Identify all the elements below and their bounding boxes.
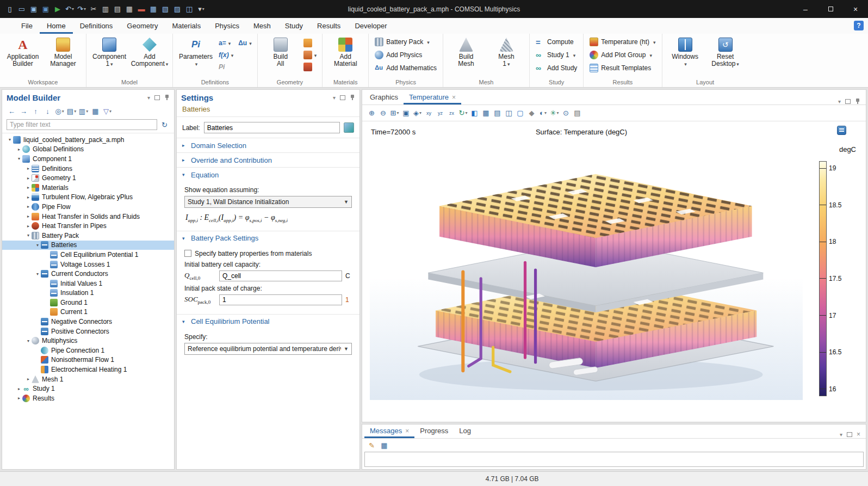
tree-expander-icon[interactable]: ▸ (25, 204, 32, 209)
menu-item[interactable]: Materials (165, 19, 208, 34)
tree-expander-icon[interactable]: ▸ (25, 185, 32, 190)
close-tab-icon[interactable]: × (452, 94, 456, 101)
menu-item[interactable]: Results (310, 19, 348, 34)
open-icon[interactable]: ▭ (16, 3, 27, 15)
livelink-button[interactable] (301, 50, 319, 60)
tree-row[interactable]: ▾ Component 1 (2, 154, 174, 164)
tree-row[interactable]: Positive Connectors (2, 327, 174, 336)
study-1-button[interactable]: Study 1 (533, 48, 580, 61)
zoom-box-icon[interactable]: ⊞▾ (389, 108, 400, 118)
view-yz-icon[interactable]: yz (435, 108, 445, 118)
select-frame-icon[interactable]: ▢ (515, 108, 525, 118)
compute-button[interactable]: Compute (533, 35, 580, 48)
section-header[interactable]: ▸ Override and Contribution (177, 153, 359, 167)
section-header[interactable]: ▾ Battery Pack Settings (177, 231, 359, 245)
tree-row[interactable]: ▾ liquid_cooled_battery_pack_a.mph (2, 135, 174, 145)
menu-item[interactable]: Mesh (246, 19, 278, 34)
add-physics-button[interactable]: Add Physics (372, 48, 439, 61)
zoom-in-icon[interactable]: ⊕ (367, 108, 377, 118)
tab-temperature[interactable]: Temperature × (404, 90, 461, 104)
close-button[interactable]: × (843, 0, 868, 18)
scene-settings-icon[interactable]: ✳▾ (549, 108, 560, 118)
tree-row[interactable]: Voltage Losses 1 (2, 260, 174, 269)
tree-expander-icon[interactable]: ▸ (16, 386, 22, 391)
tree-row[interactable]: Pipe Connection 1 (2, 346, 174, 355)
run-icon[interactable]: ▶ (52, 3, 63, 15)
table-window-icon[interactable]: ▤ (492, 108, 503, 118)
lock-icon[interactable]: ◆ (526, 108, 537, 118)
nav-forward-icon[interactable]: → (18, 106, 29, 116)
equation-study-select[interactable]: Study 1, Wall Distance Initialization ▼ (184, 196, 352, 208)
functions-button[interactable]: f(x) (216, 50, 254, 60)
tree-expander-icon[interactable]: ▾ (16, 156, 22, 161)
tab-graphics[interactable]: Graphics (364, 90, 404, 104)
tree-row[interactable]: ▸ Mesh 1 (2, 374, 174, 384)
battery-pack-3d-view[interactable] (370, 140, 803, 415)
nonlocal-couplings-button[interactable]: Δu (236, 38, 254, 48)
menu-item[interactable]: Home (40, 19, 73, 34)
tree-row[interactable]: ▸ Geometry 1 (2, 173, 174, 183)
tree-expander-icon[interactable]: ▾ (7, 137, 13, 142)
reset-desktop-button[interactable]: ResetDesktop (706, 35, 745, 78)
tree-expander-icon[interactable]: ▸ (25, 214, 32, 219)
menu-item[interactable]: Definitions (73, 19, 120, 34)
panel-menu-icon[interactable]: ▾ (838, 99, 841, 104)
tree-expander-icon[interactable]: ▸ (25, 224, 32, 229)
tree-row[interactable]: ▾ Batteries (2, 241, 174, 250)
tree-row[interactable]: Ground 1 (2, 298, 174, 307)
minimize-button[interactable]: – (793, 0, 818, 18)
result-templates-button[interactable]: Result Templates (587, 61, 658, 75)
tree-expander-icon[interactable]: ▸ (25, 166, 32, 171)
component-button[interactable]: Component1 (90, 35, 129, 78)
build-mesh-button[interactable]: BuildMesh (447, 35, 486, 78)
copy-table-icon[interactable]: ▦ (148, 3, 159, 15)
transparency-icon[interactable]: ◐▾ (538, 108, 548, 118)
redo-icon[interactable]: ↷▾ (76, 3, 87, 15)
tree-expander-icon[interactable]: ▾ (25, 339, 32, 343)
snapshot-icon[interactable]: ⊙ (561, 108, 571, 118)
update-plot-icon[interactable]: ↻▾ (458, 108, 468, 118)
tree-row[interactable]: ▸ Global Definitions (2, 145, 174, 155)
section-header[interactable]: ▾ Cell Equilibrium Potential (177, 315, 359, 329)
pin-panel-icon[interactable] (164, 94, 170, 101)
undo-icon[interactable]: ↶▾ (64, 3, 75, 15)
filter-input[interactable] (7, 119, 157, 130)
copy-icon[interactable]: ▥ (100, 3, 111, 15)
menu-item[interactable]: Study (278, 19, 310, 34)
float-panel-icon[interactable] (845, 99, 851, 104)
save-as-icon[interactable]: ▣ (40, 3, 51, 15)
tree-row[interactable]: Nonisothermal Flow 1 (2, 355, 174, 365)
pin-panel-icon[interactable] (855, 98, 860, 104)
collapse-all-icon[interactable]: ▤▾ (66, 106, 77, 116)
new-file-icon[interactable]: ▯ (4, 3, 15, 15)
model-manager-button[interactable]: ModelManager (44, 35, 83, 78)
default-view-icon[interactable]: ◈▾ (412, 108, 423, 118)
reset-window-icon[interactable]: ◫ (184, 3, 195, 15)
menu-item[interactable]: Developer (348, 19, 394, 34)
float-panel-icon[interactable] (154, 95, 160, 100)
nav-back-icon[interactable]: ← (7, 106, 17, 116)
view-xy-icon[interactable]: xy (424, 108, 434, 118)
tree-row[interactable]: ▸ Definitions (2, 164, 174, 174)
copy-image-icon[interactable]: ▧ (160, 3, 171, 15)
application-builder-button[interactable]: ApplicationBuilder (3, 35, 42, 78)
dock-window-icon[interactable]: ◫ (504, 108, 514, 118)
specify-from-materials-checkbox[interactable] (184, 250, 191, 257)
virtual-operations-button[interactable] (301, 61, 319, 72)
panel-menu-icon[interactable]: ▾ (147, 95, 150, 101)
close-tab-icon[interactable]: × (405, 427, 409, 435)
panel-menu-icon[interactable]: ▾ (840, 432, 842, 438)
pin-panel-icon[interactable] (350, 94, 355, 101)
section-header[interactable]: ▾ Equation (177, 168, 359, 182)
section-header[interactable]: ▸ Domain Selection (177, 138, 359, 152)
customize-icon[interactable]: ▾▾ (196, 3, 207, 15)
tree-expander-icon[interactable]: ▾ (34, 243, 41, 248)
float-panel-icon[interactable] (340, 95, 345, 100)
variables-button[interactable]: a= (216, 38, 233, 48)
mesh-1-button[interactable]: Mesh1 (487, 35, 526, 78)
tab-log[interactable]: Log (454, 424, 476, 438)
maximize-button[interactable] (818, 0, 843, 18)
tree-row[interactable]: Electrochemical Heating 1 (2, 365, 174, 374)
tree-expander-icon[interactable]: ▾ (25, 233, 32, 238)
help-button[interactable]: ? (854, 21, 864, 30)
